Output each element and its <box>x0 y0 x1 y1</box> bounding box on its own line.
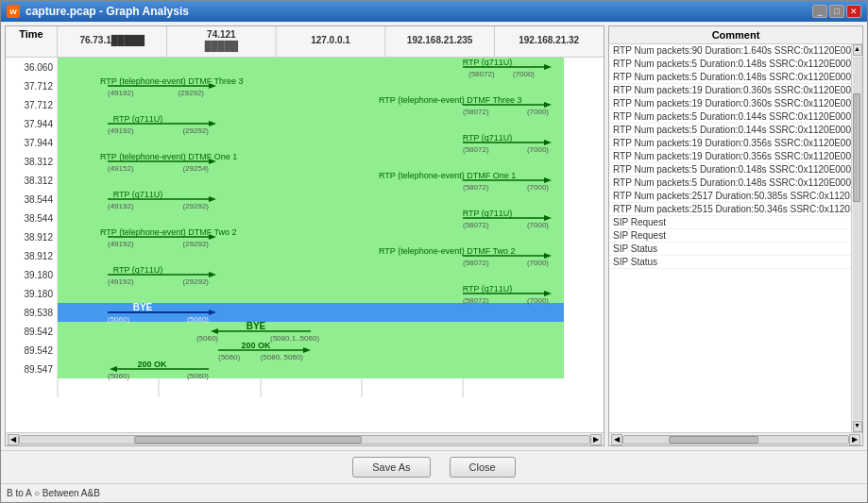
svg-text:RTP (telephone-event) DTMF Two: RTP (telephone-event) DTMF Two 2 <box>100 227 237 237</box>
svg-text:(5080,1..5060): (5080,1..5060) <box>270 334 319 343</box>
svg-text:200 OK: 200 OK <box>137 360 167 369</box>
svg-text:█████: █████ <box>205 40 239 53</box>
graph-body[interactable]: 36.060 37.712 37.712 37.944 37.944 38.31… <box>6 58 604 432</box>
comment-item: RTP Num packets:19 Duration:0.356s SSRC:… <box>609 150 851 163</box>
svg-text:38.312: 38.312 <box>24 157 53 167</box>
graph-header: Time 76.73.1█████ 74.121 █████ 127.0.0.1… <box>6 26 604 58</box>
maximize-button[interactable]: □ <box>829 5 844 18</box>
svg-text:37.944: 37.944 <box>24 119 53 129</box>
svg-text:BYE: BYE <box>247 321 266 331</box>
svg-text:(58072): (58072) <box>463 183 489 192</box>
svg-text:(29292): (29292) <box>182 126 209 135</box>
svg-text:(7000): (7000) <box>527 296 549 305</box>
svg-text:(29254): (29254) <box>182 164 209 173</box>
hscrollbar-thumb[interactable] <box>134 436 362 444</box>
svg-text:(49192): (49192) <box>108 126 134 135</box>
time-header: Time <box>6 26 58 57</box>
comment-item: RTP Num packets:5 Duration:0.148s SSRC:0… <box>609 163 851 176</box>
graph-hscrollbar[interactable]: ◀ ▶ <box>6 432 604 445</box>
svg-text:(7000): (7000) <box>527 221 549 229</box>
svg-text:RTP (telephone-event) DTMF Thr: RTP (telephone-event) DTMF Three 3 <box>100 76 244 86</box>
comment-scrollbar-thumb <box>853 93 860 203</box>
svg-text:(7000): (7000) <box>527 259 549 267</box>
svg-text:89.542: 89.542 <box>24 327 53 337</box>
svg-text:(5060): (5060) <box>108 315 129 324</box>
comment-list[interactable]: RTP Num packets:90 Duration:1.640s SSRC:… <box>609 44 851 432</box>
svg-text:(29292): (29292) <box>182 277 209 286</box>
comment-scroll-up[interactable]: ▲ <box>853 44 862 56</box>
svg-text:(5080, 5060): (5080, 5060) <box>261 353 304 361</box>
svg-text:RTP (q711U): RTP (q711U) <box>463 284 513 293</box>
comment-item: RTP Num packets:5 Duration:0.148s SSRC:0… <box>609 71 851 84</box>
svg-text:(5060): (5060) <box>108 372 129 380</box>
svg-text:RTP (telephone-event) DTMF One: RTP (telephone-event) DTMF One 1 <box>100 152 237 161</box>
save-as-button[interactable]: Save As <box>352 457 430 478</box>
comment-item: RTP Num packets:2517 Duration:50.385s SS… <box>609 190 851 203</box>
graph-panel: Time 76.73.1█████ 74.121 █████ 127.0.0.1… <box>5 25 604 446</box>
svg-text:76.73.1█████: 76.73.1█████ <box>79 34 145 47</box>
comment-item: RTP Num packets:2515 Duration:50.346s SS… <box>609 203 851 216</box>
scroll-right[interactable]: ▶ <box>590 434 602 445</box>
comment-item: RTP Num packets:19 Duration:0.356s SSRC:… <box>609 137 851 150</box>
svg-text:38.544: 38.544 <box>24 213 53 224</box>
scroll-left[interactable]: ◀ <box>8 434 19 445</box>
comment-item: RTP Num packets:5 Duration:0.148s SSRC:0… <box>609 58 851 71</box>
svg-text:(7000): (7000) <box>527 183 549 192</box>
svg-text:(5060): (5060) <box>196 334 218 343</box>
svg-text:(49192): (49192) <box>108 240 134 248</box>
window-title: capture.pcap - Graph Analysis <box>26 5 189 18</box>
bottom-bar: Save As Close <box>1 450 867 483</box>
minimize-button[interactable]: _ <box>812 5 827 18</box>
title-bar-left: W capture.pcap - Graph Analysis <box>7 5 189 18</box>
svg-text:36.060: 36.060 <box>24 62 53 73</box>
close-button[interactable]: Close <box>450 457 516 478</box>
svg-text:(49192): (49192) <box>108 89 134 97</box>
svg-text:39.180: 39.180 <box>24 289 53 299</box>
svg-text:37.944: 37.944 <box>24 138 53 148</box>
svg-text:200 OK: 200 OK <box>241 341 271 350</box>
svg-text:(29292): (29292) <box>178 89 204 97</box>
svg-text:(58072): (58072) <box>463 259 489 267</box>
svg-text:192.168.21.235: 192.168.21.235 <box>407 35 473 45</box>
svg-text:(58072): (58072) <box>463 221 489 229</box>
hscrollbar-track[interactable] <box>19 435 590 444</box>
svg-text:(49152): (49152) <box>108 164 134 173</box>
svg-text:37.712: 37.712 <box>24 100 53 110</box>
svg-text:(7000): (7000) <box>527 145 549 154</box>
comment-item: RTP Num packets:19 Duration:0.360s SSRC:… <box>609 97 851 110</box>
comment-header: Comment <box>609 26 862 44</box>
svg-text:(5060): (5060) <box>187 372 209 380</box>
close-window-button[interactable]: ✕ <box>846 5 861 18</box>
comment-scroll-down[interactable]: ▼ <box>853 421 862 432</box>
svg-text:38.544: 38.544 <box>24 194 53 205</box>
svg-text:RTP (telephone-event) DTMF Two: RTP (telephone-event) DTMF Two 2 <box>379 246 516 256</box>
svg-text:RTP (q711U): RTP (q711U) <box>463 209 513 218</box>
svg-text:74.121: 74.121 <box>207 29 236 40</box>
hosts-header: 76.73.1█████ 74.121 █████ 127.0.0.1 192.… <box>58 26 604 57</box>
comment-item: RTP Num packets:90 Duration:1.640s SSRC:… <box>609 44 851 58</box>
svg-text:38.912: 38.912 <box>24 232 53 243</box>
comment-scroll-right[interactable]: ▶ <box>849 434 860 445</box>
comment-item: RTP Num packets:5 Duration:0.144s SSRC:0… <box>609 110 851 124</box>
svg-text:127.0.0.1: 127.0.0.1 <box>311 35 350 45</box>
comment-hscrollbar[interactable]: ◀ ▶ <box>609 432 862 445</box>
status-bar: B to A ○ Between A&B <box>1 483 867 502</box>
content-area: Time 76.73.1█████ 74.121 █████ 127.0.0.1… <box>1 22 867 450</box>
svg-text:(58072): (58072) <box>463 145 489 154</box>
comment-item: RTP Num packets:5 Duration:0.148s SSRC:0… <box>609 176 851 190</box>
svg-text:RTP (q711U): RTP (q711U) <box>463 133 513 143</box>
svg-text:89.542: 89.542 <box>24 345 53 356</box>
svg-text:RTP (telephone-event) DTMF One: RTP (telephone-event) DTMF One 1 <box>379 171 516 180</box>
svg-text:89.547: 89.547 <box>24 364 53 375</box>
comment-item: SIP Status <box>609 256 851 269</box>
comment-scroll-left[interactable]: ◀ <box>611 434 622 445</box>
status-text: B to A ○ Between A&B <box>7 488 100 498</box>
comment-item: RTP Num packets:5 Duration:0.144s SSRC:0… <box>609 124 851 137</box>
comment-item: SIP Status <box>609 243 851 256</box>
svg-text:(49192): (49192) <box>108 202 134 210</box>
comment-item: SIP Request <box>609 229 851 243</box>
comment-item: RTP Num packets:19 Duration:0.360s SSRC:… <box>609 84 851 97</box>
svg-text:(5060): (5060) <box>218 353 240 361</box>
comment-hscrollbar-thumb[interactable] <box>669 436 758 444</box>
comment-hscrollbar-track[interactable] <box>622 435 849 444</box>
